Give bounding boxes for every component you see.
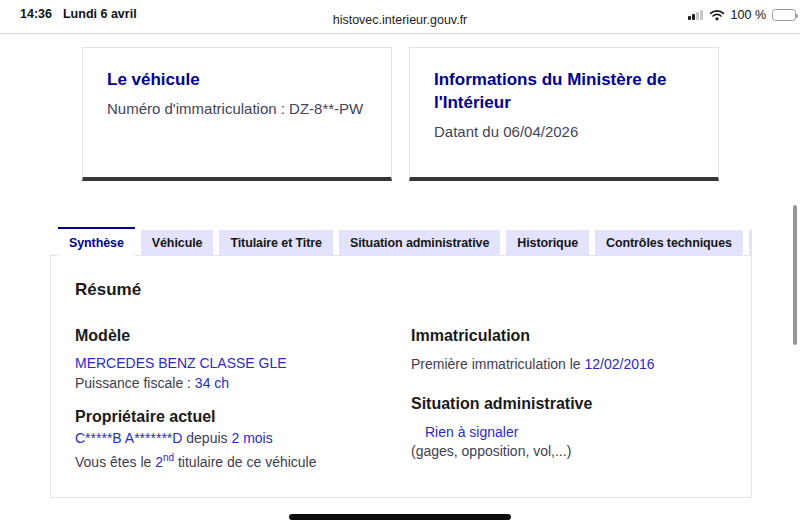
model-name: MERCEDES BENZ CLASSE GLE	[75, 354, 411, 373]
summary-right-column: Immatriculation Première immatriculation…	[411, 326, 727, 472]
owner-name: C*****B A*******D	[75, 430, 182, 446]
tab-vehicule[interactable]: Véhicule	[141, 230, 214, 256]
registration-heading: Immatriculation	[411, 326, 727, 346]
first-registration-line: Première immatriculation le 12/02/2016	[411, 355, 727, 374]
address-bar[interactable]: histovec.interieur.gouv.fr	[0, 13, 800, 27]
holder-suffix: titulaire de ce véhicule	[174, 454, 316, 470]
situation-status: Rien à signaler	[411, 423, 727, 442]
wifi-icon	[709, 9, 725, 21]
owner-since-label: depuis	[182, 430, 231, 446]
ministry-card: Informations du Ministère de l'Intérieur…	[409, 47, 719, 181]
owner-heading: Propriétaire actuel	[75, 407, 411, 427]
tab-synthese[interactable]: Synthèse	[58, 227, 135, 256]
situation-heading: Situation administrative	[411, 394, 727, 414]
model-heading: Modèle	[75, 326, 411, 346]
battery-percent: 100 %	[731, 8, 766, 22]
holder-rank: 2nd	[155, 454, 174, 470]
summary-title: Résumé	[75, 280, 727, 300]
first-registration-date: 12/02/2016	[585, 356, 655, 372]
tab-historique[interactable]: Historique	[506, 230, 589, 256]
vehicle-card-plate: Numéro d'immatriculation : DZ-8**-PW	[107, 100, 367, 117]
fiscal-power-line: Puissance fiscale : 34 ch	[75, 374, 411, 393]
tab-titulaire-et-titre[interactable]: Titulaire et Titre	[219, 230, 333, 256]
cellular-signal-icon	[688, 10, 703, 20]
situation-note: (gages, opposition, vol,...)	[411, 442, 727, 461]
synthese-panel: Résumé Modèle MERCEDES BENZ CLASSE GLE P…	[50, 255, 752, 498]
owner-line: C*****B A*******D depuis 2 mois	[75, 429, 411, 448]
tab-list: Synthèse Véhicule Titulaire et Titre Sit…	[50, 227, 752, 256]
ministry-card-title: Informations du Ministère de l'Intérieur	[434, 68, 694, 114]
summary-left-column: Modèle MERCEDES BENZ CLASSE GLE Puissanc…	[75, 326, 411, 472]
tab-kilometrage[interactable]: Kilométrage	[749, 230, 752, 256]
vehicle-card: Le véhicule Numéro d'immatriculation : D…	[82, 47, 392, 181]
vertical-scrollbar[interactable]	[793, 205, 797, 345]
owner-since-value: 2 mois	[231, 430, 272, 446]
ministry-card-date: Datant du 06/04/2026	[434, 123, 694, 140]
tab-situation-administrative[interactable]: Situation administrative	[339, 230, 500, 256]
fiscal-power-label: Puissance fiscale :	[75, 375, 195, 391]
info-cards: Le véhicule Numéro d'immatriculation : D…	[82, 47, 719, 181]
tab-controles-techniques[interactable]: Contrôles techniques	[595, 230, 743, 256]
first-registration-label: Première immatriculation le	[411, 356, 585, 372]
holder-prefix: Vous êtes le	[75, 454, 155, 470]
vehicle-card-title: Le véhicule	[107, 68, 367, 91]
home-indicator[interactable]	[289, 514, 511, 520]
status-bar: 14:36 Lundi 6 avril histovec.interieur.g…	[0, 0, 800, 34]
battery-icon	[772, 9, 796, 21]
holder-rank-line: Vous êtes le 2nd titulaire de ce véhicul…	[75, 448, 411, 472]
fiscal-power-value: 34 ch	[195, 375, 229, 391]
